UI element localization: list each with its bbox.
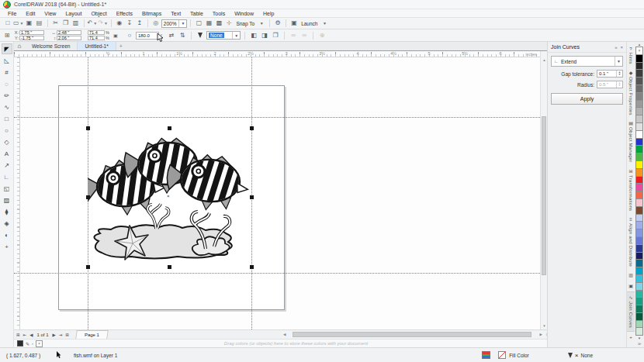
object-height-field[interactable]: 2.06 " (57, 36, 81, 40)
smart-fill-tool[interactable]: ◐ (2, 229, 12, 240)
docker-close-icon[interactable]: × (620, 45, 623, 50)
tab-untitled-1[interactable]: Untitled-1* (78, 42, 116, 50)
horizontal-scrollbar[interactable]: ◀ ▶ ◎ (282, 331, 552, 338)
vertical-ruler[interactable] (14, 57, 20, 329)
tab-welcome-screen[interactable]: Welcome Screen (25, 42, 78, 50)
scale-vertical-field[interactable]: 71.4 (88, 36, 105, 40)
launch-icon[interactable]: ▣ (289, 19, 299, 28)
menu-item[interactable]: Text (166, 11, 185, 16)
link-curves-icon-2[interactable]: ∞ (299, 31, 309, 40)
pick-tool[interactable]: ◤ (2, 43, 12, 54)
last-page-icon[interactable]: ⇥ (58, 333, 64, 337)
vertical-scrollbar[interactable]: ▲ ▼ (540, 51, 547, 329)
menu-item[interactable]: Help (258, 11, 279, 16)
export-icon[interactable]: ↥ (135, 19, 144, 28)
copy-icon[interactable]: ❐ (61, 19, 71, 28)
join-mode-select[interactable]: ∟ Extend ▼ (551, 56, 623, 67)
connector-tool[interactable]: ∟ (2, 171, 12, 182)
menu-item[interactable]: Bitmaps (137, 11, 166, 16)
menu-item[interactable]: View (40, 11, 61, 16)
text-tool[interactable]: A (2, 148, 12, 159)
redo-icon[interactable]: ↷▼ (98, 19, 108, 28)
palette-scroll-left-icon[interactable]: ‹ (32, 341, 33, 346)
color-swatch[interactable] (635, 327, 643, 336)
zoom-level-select[interactable]: 200% ▼ (161, 19, 188, 28)
previous-page-icon[interactable]: ◀ (29, 333, 33, 337)
chevron-down-icon[interactable]: ▼ (257, 19, 266, 28)
fill-color-swatch[interactable] (498, 351, 506, 359)
menu-item[interactable]: File (3, 11, 21, 16)
drop-shadow-tool[interactable]: ◱ (2, 183, 12, 194)
interactive-fill-tool[interactable]: ◈ (2, 218, 12, 229)
zoom-tool[interactable]: ◌ (2, 78, 12, 89)
home-icon[interactable]: ⌂ (14, 42, 25, 50)
new-document-icon[interactable]: □ (3, 19, 12, 28)
palette-expand-icon[interactable]: ≫ (638, 341, 642, 346)
open-icon[interactable]: ▭▼ (13, 19, 24, 28)
horizontal-scrollbar-thumb[interactable] (293, 332, 531, 337)
drawing-canvas[interactable]: × (14, 57, 540, 329)
menu-item[interactable]: Edit (21, 11, 40, 16)
rotation-angle-field[interactable]: 180.0 (136, 32, 159, 40)
fullscreen-preview-icon[interactable]: ▢ (194, 19, 203, 28)
import-icon[interactable]: ↧ (125, 19, 134, 28)
apply-button[interactable]: Apply (551, 93, 623, 105)
menu-item[interactable]: Table (185, 11, 208, 16)
docker-tab-icon[interactable]: ▥ (627, 270, 635, 281)
show-grid-icon[interactable]: ▩ (214, 19, 223, 28)
menu-item[interactable]: Effects (112, 11, 137, 16)
guideline-horizontal-bottom[interactable] (14, 273, 540, 274)
selection-handle-top-right[interactable] (250, 126, 254, 130)
guideline-vertical-right[interactable] (251, 57, 252, 329)
freehand-tool[interactable]: ✏ (2, 90, 12, 101)
docker-tab-object-properties[interactable]: ◆Object Properties (627, 67, 635, 119)
add-page-icon[interactable]: ⊞ (64, 333, 70, 337)
document-color-swatch[interactable] (17, 340, 23, 346)
docker-tab-icon[interactable]: + (627, 332, 635, 343)
guideline-horizontal-top[interactable] (14, 117, 540, 118)
scroll-right-icon[interactable]: ▶ (540, 331, 542, 338)
x-position-field[interactable]: 1.75 " (19, 30, 44, 35)
save-icon[interactable]: ▣ (25, 19, 34, 28)
selection-handle-middle-right[interactable] (250, 195, 254, 199)
dimension-tool[interactable]: ↗ (2, 160, 12, 171)
shape-tool[interactable]: ◺ (2, 55, 12, 66)
paste-icon[interactable]: ▥ (71, 19, 81, 28)
crop-tool[interactable]: # (2, 67, 12, 78)
eyedropper-icon[interactable]: ✎ (26, 341, 29, 346)
rectangle-tool[interactable]: □ (2, 113, 12, 124)
object-width-field[interactable]: 2.48 " (57, 30, 81, 35)
no-color-swatch[interactable]: × (36, 340, 43, 347)
color-eyedropper-tool[interactable]: ⧫ (2, 206, 12, 217)
page-tab[interactable]: Page 1 (75, 330, 109, 339)
first-page-icon[interactable]: ⇤ (23, 333, 28, 337)
snap-to-button[interactable]: Snap To (234, 21, 256, 26)
menu-item[interactable]: Tools (208, 11, 230, 16)
document-color-profile-icon[interactable] (482, 351, 490, 359)
options-gear-icon[interactable]: ⚙ (273, 19, 282, 28)
artistic-media-tool[interactable]: ∿ (2, 102, 12, 112)
snap-toggle-icon[interactable]: ⊹ (224, 19, 234, 28)
link-curves-icon[interactable]: ∞ (289, 31, 298, 40)
vertical-scrollbar-thumb[interactable] (542, 116, 546, 275)
menu-item[interactable]: Layout (61, 11, 86, 16)
horizontal-ruler[interactable]: ½11½22½33½44½55½6 inches (14, 51, 540, 57)
gap-tolerance-field[interactable]: 0.1 " ▲▼ (597, 70, 623, 78)
docker-tab-object-manager[interactable]: ▤Object Manager (627, 118, 635, 166)
selection-handle-top-left[interactable] (86, 126, 90, 130)
transparency-tool[interactable]: ▨ (2, 195, 12, 205)
mirror-horizontal-button[interactable]: ⇄ (167, 31, 176, 40)
show-rulers-icon[interactable]: ▦ (204, 19, 213, 28)
undo-icon[interactable]: ↶▼ (88, 19, 98, 28)
mirror-vertical-button[interactable]: ⇅ (178, 31, 187, 40)
cut-icon[interactable]: ✂ (51, 19, 61, 28)
selection-handle-bottom-left[interactable] (86, 265, 90, 269)
dock-window-icon[interactable]: ❐ (271, 31, 280, 40)
page-settings-icon[interactable]: ⊞ (16, 333, 21, 337)
print-icon[interactable]: ▤ (35, 19, 44, 28)
lock-ratio-icon[interactable]: ▣ (111, 31, 120, 40)
docker-tab-transformations[interactable]: ⊞Transformations (627, 166, 635, 214)
docker-tab-hints[interactable]: ?Hints (627, 43, 635, 67)
docker-tab-join-curves[interactable]: ∿Join Curves (627, 291, 635, 332)
rotation-center-marker[interactable]: × (167, 194, 170, 198)
